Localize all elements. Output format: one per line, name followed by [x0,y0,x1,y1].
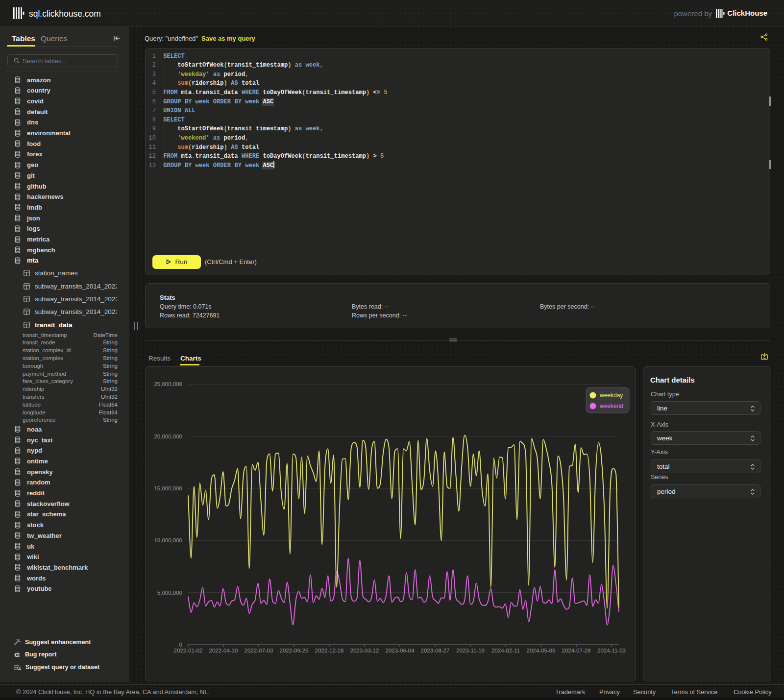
svg-text:25,000,000: 25,000,000 [154,381,182,387]
svg-text:weekday: weekday [599,392,623,399]
svg-text:2023-03-12: 2023-03-12 [350,648,379,653]
svg-text:weekend: weekend [599,403,623,410]
svg-text:2023-11-19: 2023-11-19 [456,648,485,653]
svg-text:2023-08-27: 2023-08-27 [421,648,450,653]
svg-text:2022-01-02: 2022-01-02 [174,648,203,653]
svg-text:2022-12-18: 2022-12-18 [315,648,344,653]
svg-text:5,000,000: 5,000,000 [157,590,182,596]
svg-text:2024-05-05: 2024-05-05 [527,648,556,653]
svg-text:2023-06-04: 2023-06-04 [386,648,415,653]
svg-text:2022-04-10: 2022-04-10 [209,648,238,653]
svg-text:2024-02-11: 2024-02-11 [491,648,520,653]
svg-text:10,000,000: 10,000,000 [154,537,182,543]
svg-text:2024-07-28: 2024-07-28 [562,648,591,653]
svg-text:15,000,000: 15,000,000 [154,485,182,491]
svg-text:2022-07-03: 2022-07-03 [245,648,273,653]
svg-text:2022-09-25: 2022-09-25 [280,648,309,653]
svg-text:20,000,000: 20,000,000 [154,434,182,439]
svg-text:2024-11-03: 2024-11-03 [597,648,626,653]
svg-text:0: 0 [179,642,182,648]
